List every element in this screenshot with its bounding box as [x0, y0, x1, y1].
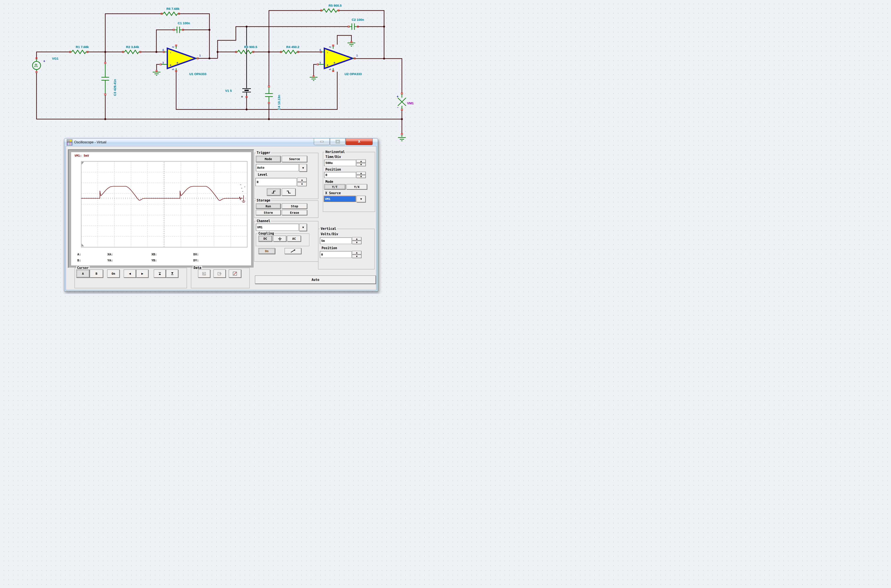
trigger-mode-select[interactable]: Auto	[256, 164, 299, 171]
trigger-mode-button[interactable]: Mode	[256, 156, 281, 162]
resistor-r4[interactable]	[280, 50, 299, 54]
resistor-r3[interactable]	[236, 50, 254, 54]
label-r5[interactable]: R5 900.5	[329, 4, 342, 7]
label-r3[interactable]: R3 900.5	[244, 45, 257, 49]
label-r6[interactable]: R6 7.68k	[167, 7, 180, 10]
window-title: Oscilloscope - Virtual	[74, 140, 106, 144]
maximize-button[interactable]	[330, 138, 345, 145]
mode-yt-button[interactable]: Y/T	[324, 184, 345, 189]
trigger-mode-dropdown-arrow[interactable]: ▼	[299, 164, 307, 172]
source-vg1[interactable]	[32, 58, 41, 73]
u2-pin2: 2	[328, 46, 332, 48]
trigger-source-button[interactable]: Source	[282, 156, 307, 162]
label-c1[interactable]: C1 100n	[178, 21, 190, 25]
minimize-icon	[320, 141, 324, 142]
cursor-right-button[interactable]: ▶	[136, 270, 148, 278]
trigger-level-label: Level	[258, 173, 268, 177]
label-v1[interactable]: V1 5	[225, 89, 232, 93]
u2-plus: +	[333, 61, 335, 64]
storage-run-button[interactable]: Run	[256, 204, 281, 209]
u1-pin3: 3	[162, 61, 164, 64]
label-r2[interactable]: R2 3.84k	[126, 45, 139, 49]
trigger-level-input[interactable]: 0	[255, 178, 296, 186]
label-c3[interactable]: C3 429.41n	[113, 79, 117, 96]
cursor-up-button[interactable]	[154, 270, 166, 278]
resistor-r1[interactable]	[70, 50, 88, 54]
vg1-plus: +	[43, 59, 45, 63]
oscilloscope-app-icon	[67, 139, 72, 145]
opamp-u1[interactable]	[153, 45, 198, 75]
up-bar-icon	[158, 272, 161, 275]
cursor-group-title: Cursor	[76, 266, 90, 270]
u1-minus: -	[170, 51, 171, 54]
x-source-select[interactable]: VM1	[324, 196, 356, 202]
rising-edge-icon	[271, 190, 276, 194]
cursor-b-button[interactable]: B	[90, 270, 103, 278]
x-source-dropdown-arrow[interactable]: ▼	[357, 196, 366, 202]
capacitor-c4[interactable]	[265, 86, 273, 104]
close-button[interactable]: X	[346, 138, 373, 145]
minimize-button[interactable]	[314, 138, 330, 145]
coupling-ground-button[interactable]	[273, 236, 286, 242]
trigger-falling-edge-button[interactable]	[282, 188, 296, 196]
h-position-input[interactable]: 0	[324, 172, 356, 178]
channel-scale-readout: VM1: 5mV	[75, 154, 89, 157]
left-arrow-icon: ◀	[129, 272, 131, 275]
label-r1[interactable]: R1 7.68k	[76, 45, 89, 49]
u2-pin5: 5	[328, 69, 332, 70]
coupling-dc-button[interactable]: DC	[259, 236, 272, 242]
v-position-input[interactable]: 0	[320, 251, 352, 258]
scope-grid	[81, 161, 247, 248]
label-r4[interactable]: R4 450.2	[286, 45, 300, 49]
channel-on-button[interactable]: On	[259, 248, 275, 254]
u2-plus-in: +	[327, 63, 328, 67]
battery-v1[interactable]	[242, 27, 251, 98]
u2-minus: -	[327, 51, 328, 54]
cursor-a-button[interactable]: A	[76, 270, 90, 278]
capacitor-c3[interactable]	[101, 63, 109, 95]
u2-pin1: 1	[356, 54, 358, 57]
channel-dropdown-arrow[interactable]: ▼	[299, 224, 307, 231]
voltsdiv-spinner[interactable]: ▲▼	[352, 237, 361, 244]
u1-plus-in: +	[170, 63, 172, 67]
cursor-down-button[interactable]	[166, 270, 178, 278]
label-c2[interactable]: C2 100n	[352, 18, 364, 21]
coupling-ac-button[interactable]: AC	[287, 236, 301, 242]
probe-button[interactable]	[284, 248, 301, 254]
readout-b: B:	[77, 259, 81, 262]
v-position-spinner[interactable]: ▲▼	[352, 251, 361, 258]
label-u2[interactable]: U2 OPA333	[345, 72, 362, 76]
readout-yb: YB:	[151, 259, 157, 262]
close-icon: X	[358, 140, 360, 144]
storage-store-button[interactable]: Store	[256, 210, 281, 215]
cursor-left-button[interactable]: ◀	[124, 270, 136, 278]
channel-select[interactable]: VM1	[256, 224, 299, 231]
capacitor-c2[interactable]	[348, 23, 358, 46]
timediv-input[interactable]: 500u	[324, 160, 356, 166]
auto-button[interactable]: Auto	[255, 276, 376, 284]
data-export-button[interactable]	[214, 270, 226, 278]
data-import-button[interactable]	[198, 270, 210, 278]
mode-yx-button[interactable]: Y/X	[346, 184, 367, 189]
data-curve-button[interactable]	[229, 270, 241, 278]
resistor-r2[interactable]	[123, 50, 141, 54]
import-arrow-icon	[202, 272, 207, 276]
resistor-r5[interactable]	[321, 9, 339, 12]
trigger-rising-edge-button[interactable]	[267, 188, 280, 196]
voltsdiv-input[interactable]: 5m	[320, 237, 352, 244]
label-vm1[interactable]: VM1	[407, 101, 414, 105]
label-vg1[interactable]: VG1	[52, 57, 59, 60]
label-u1[interactable]: U1 OPA333	[189, 72, 206, 76]
resistor-r6[interactable]	[161, 12, 179, 15]
label-c4[interactable]: C4 10.13n	[277, 95, 281, 110]
down-bar-icon	[170, 272, 174, 275]
storage-erase-button[interactable]: Erase	[282, 210, 307, 215]
cursor-on-button[interactable]: On	[107, 270, 120, 278]
data-group-title: Data	[193, 266, 202, 270]
h-position-spinner[interactable]: ▲▼	[356, 172, 366, 178]
timediv-spinner[interactable]: ▲▼	[356, 159, 366, 166]
storage-stop-button[interactable]: Stop	[282, 204, 307, 209]
capacitor-c1[interactable]	[173, 27, 184, 33]
tina-workspace: VG1 + R1 7.68k R2 3.84k R3 900.5 R4 450.…	[0, 0, 446, 294]
trigger-level-spinner[interactable]: ▲▼	[297, 178, 307, 186]
